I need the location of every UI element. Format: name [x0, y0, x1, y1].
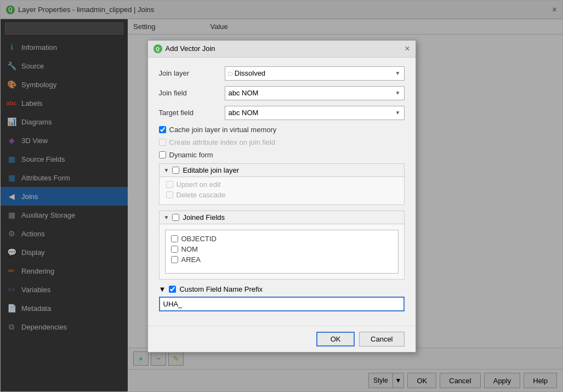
join-layer-box-icon: □	[229, 70, 232, 77]
joined-fields-checkbox[interactable]	[172, 214, 179, 221]
upsert-checkbox[interactable]	[166, 181, 173, 188]
editable-section-group: ▼ Editable join layer Upsert on edit Del…	[159, 163, 405, 205]
prefix-section-arrow: ▼	[159, 285, 166, 293]
target-field-control: abc NOM ▼	[225, 106, 405, 120]
join-layer-dropdown[interactable]: □ Dissolved ▼	[225, 66, 405, 81]
prefix-section: ▼ Custom Field Name Prefix	[159, 285, 405, 311]
create-attr-index-row: Create attribute index on join field	[159, 138, 405, 146]
create-attr-index-checkbox[interactable]	[159, 139, 166, 146]
joined-fields-arrow: ▼	[164, 214, 169, 220]
join-field-arrow-icon: ▼	[395, 90, 401, 96]
dynamic-form-row: Dynamic form	[159, 151, 405, 159]
create-attr-index-label: Create attribute index on join field	[169, 138, 276, 146]
delete-cascade-checkbox[interactable]	[166, 191, 173, 198]
cache-join-checkbox[interactable]	[159, 126, 166, 133]
target-field-row: Target field abc NOM ▼	[159, 106, 405, 120]
editable-join-checkbox[interactable]	[172, 167, 179, 174]
joined-fields-title[interactable]: Joined Fields	[183, 213, 225, 221]
target-field-dropdown[interactable]: abc NOM ▼	[225, 106, 405, 120]
dialog-cancel-button[interactable]: Cancel	[359, 332, 404, 346]
join-field-label: Join field	[159, 89, 225, 97]
delete-cascade-row: Delete cascade	[166, 191, 397, 199]
custom-prefix-label[interactable]: Custom Field Name Prefix	[179, 285, 263, 293]
joined-fields-section-group: ▼ Joined Fields OBJECTID NOM	[159, 211, 405, 280]
dialog-title-bar: Q Add Vector Join ×	[148, 41, 416, 58]
editable-section-header[interactable]: ▼ Editable join layer	[160, 164, 404, 177]
dialog-overlay: Q Add Vector Join × Join layer □ Dissolv…	[1, 1, 562, 391]
join-layer-label: Join layer	[159, 69, 225, 77]
field-objectid-label[interactable]: OBJECTID	[181, 235, 217, 243]
dialog-ok-button[interactable]: OK	[316, 332, 355, 346]
delete-cascade-label: Delete cascade	[177, 191, 226, 199]
dialog-title: Add Vector Join	[166, 44, 215, 53]
field-area-checkbox[interactable]	[171, 256, 178, 263]
dialog-title-icon: Q	[153, 44, 162, 53]
editable-section-title[interactable]: Editable join layer	[183, 166, 239, 174]
add-vector-join-dialog: Q Add Vector Join × Join layer □ Dissolv…	[147, 40, 416, 353]
dialog-close-button[interactable]: ×	[405, 44, 410, 54]
field-area: AREA	[171, 254, 393, 265]
dialog-body: Join layer □ Dissolved ▼ Join field	[148, 58, 416, 326]
join-layer-value-container: □ Dissolved	[229, 69, 266, 77]
upsert-label: Upsert on edit	[177, 180, 221, 189]
join-field-row: Join field abc NOM ▼	[159, 86, 405, 100]
target-field-value: abc NOM	[229, 109, 259, 117]
editable-section-arrow: ▼	[164, 167, 169, 173]
field-area-label[interactable]: AREA	[181, 255, 201, 264]
upsert-row: Upsert on edit	[166, 180, 397, 189]
joined-fields-section-header[interactable]: ▼ Joined Fields	[160, 211, 404, 224]
join-layer-row: Join layer □ Dissolved ▼	[159, 66, 405, 81]
dynamic-form-checkbox[interactable]	[159, 151, 166, 158]
prefix-input[interactable]	[159, 297, 405, 311]
field-objectid: OBJECTID	[171, 234, 393, 244]
field-objectid-checkbox[interactable]	[171, 235, 178, 242]
field-nom: NOM	[171, 244, 393, 254]
cache-join-label[interactable]: Cache join layer in virtual memory	[169, 126, 277, 134]
cache-join-row: Cache join layer in virtual memory	[159, 126, 405, 134]
field-nom-checkbox[interactable]	[171, 246, 178, 253]
fields-list: OBJECTID NOM AREA	[165, 230, 399, 274]
dialog-footer: OK Cancel	[148, 326, 416, 352]
custom-prefix-checkbox[interactable]	[169, 286, 176, 293]
join-field-control: abc NOM ▼	[225, 86, 405, 100]
joined-fields-content: OBJECTID NOM AREA	[160, 224, 404, 279]
editable-section-content: Upsert on edit Delete cascade	[160, 177, 404, 204]
join-layer-arrow-icon: ▼	[395, 70, 401, 76]
target-field-arrow-icon: ▼	[395, 110, 401, 116]
join-field-dropdown[interactable]: abc NOM ▼	[225, 86, 405, 100]
dynamic-form-label[interactable]: Dynamic form	[169, 151, 213, 159]
join-field-value: abc NOM	[229, 89, 259, 97]
join-layer-control: □ Dissolved ▼	[225, 66, 405, 81]
prefix-header: ▼ Custom Field Name Prefix	[159, 285, 405, 293]
join-layer-value: Dissolved	[235, 69, 265, 77]
field-nom-label[interactable]: NOM	[181, 245, 198, 253]
main-window: Q Layer Properties - limadmin_clipped | …	[0, 0, 563, 392]
target-field-label: Target field	[159, 109, 225, 117]
dialog-title-left: Q Add Vector Join	[153, 44, 215, 53]
